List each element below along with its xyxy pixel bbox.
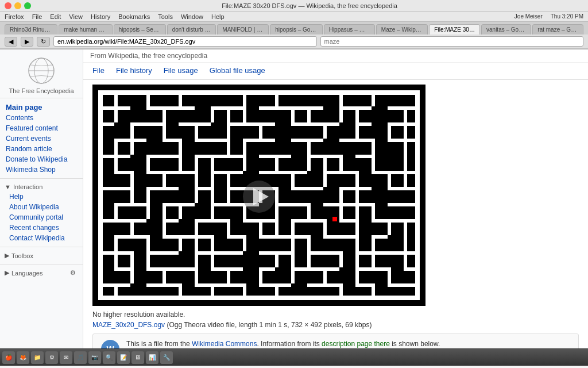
svg-rect-34 xyxy=(114,171,130,174)
sidebar-item-about[interactable]: About Wikipedia xyxy=(0,202,83,212)
menu-firefox[interactable]: Firefox xyxy=(5,13,24,20)
tab-0[interactable]: Rhino3d Rinus Ro... xyxy=(5,24,57,34)
taskbar-icon-0[interactable]: 🍎 xyxy=(2,351,15,364)
taskbar-icon-7[interactable]: 🔍 xyxy=(103,351,115,364)
address-input[interactable] xyxy=(53,36,317,47)
svg-rect-146 xyxy=(179,235,182,251)
tab-global-file-usage[interactable]: Global file usage xyxy=(210,66,265,76)
tab-6[interactable]: Hippasus – Wikip... xyxy=(324,24,375,34)
tab-4[interactable]: MANIFOLD | disp... xyxy=(217,24,269,34)
svg-rect-147 xyxy=(211,235,214,267)
search-input[interactable] xyxy=(320,36,584,47)
commons-notice: W This is a file from the Wikimedia Comm… xyxy=(92,334,579,348)
wikimedia-commons-link[interactable]: Wikimedia Commons xyxy=(192,340,257,348)
back-button[interactable]: ◀ xyxy=(5,37,17,47)
svg-rect-143 xyxy=(404,219,407,235)
reload-button[interactable]: ↻ xyxy=(37,37,50,47)
tab-1[interactable]: make human – Go... xyxy=(59,24,112,34)
menu-file[interactable]: File xyxy=(32,13,42,20)
menu-tools[interactable]: Tools xyxy=(158,13,173,20)
menu-bookmarks[interactable]: Bookmarks xyxy=(118,13,150,20)
sidebar-item-help[interactable]: Help xyxy=(0,191,83,202)
tab-10[interactable]: rat maze – Googl... xyxy=(532,24,583,34)
svg-rect-167 xyxy=(275,283,278,300)
svg-rect-62 xyxy=(227,235,243,239)
tab-file[interactable]: File xyxy=(92,66,105,76)
svg-rect-83 xyxy=(307,283,339,287)
minimize-button[interactable] xyxy=(14,2,21,9)
taskbar-icon-3[interactable]: ⚙ xyxy=(45,351,58,364)
tab-3[interactable]: don't disturb my ... xyxy=(167,24,216,34)
svg-rect-85 xyxy=(388,283,420,287)
svg-rect-139 xyxy=(291,219,295,251)
sidebar-item-featured[interactable]: Featured content xyxy=(0,123,83,133)
svg-rect-68 xyxy=(195,251,243,255)
svg-rect-37 xyxy=(259,171,307,174)
svg-rect-70 xyxy=(307,251,339,255)
svg-rect-46 xyxy=(388,187,420,190)
taskbar-icon-11[interactable]: 🔧 xyxy=(160,351,173,364)
svg-rect-90 xyxy=(243,90,246,122)
interaction-header[interactable]: ▼ Interaction xyxy=(0,182,83,191)
tab-9[interactable]: vanitas – Google... xyxy=(481,24,531,34)
menu-history[interactable]: History xyxy=(91,13,110,20)
maximize-button[interactable] xyxy=(24,2,31,9)
svg-rect-59 xyxy=(372,219,420,223)
svg-rect-29 xyxy=(146,155,179,158)
svg-rect-130 xyxy=(275,187,278,235)
svg-rect-94 xyxy=(372,90,375,106)
languages-header[interactable]: ▶ Languages ⚙ xyxy=(0,268,83,278)
taskbar-icon-10[interactable]: 📊 xyxy=(146,351,158,364)
svg-rect-128 xyxy=(211,187,214,219)
tab-file-history[interactable]: File history xyxy=(116,66,152,76)
tab-5[interactable]: hipopsis – Google... xyxy=(270,24,322,34)
menu-view[interactable]: View xyxy=(69,13,83,20)
tab-file-usage[interactable]: File usage xyxy=(164,66,198,76)
description-page-link[interactable]: description page there xyxy=(322,340,390,348)
tab-2[interactable]: hipopsis – Search... xyxy=(114,24,166,34)
taskbar-icon-6[interactable]: 📷 xyxy=(88,351,101,364)
file-link[interactable]: MAZE_30x20_DFS.ogv xyxy=(92,321,165,329)
svg-rect-17 xyxy=(227,122,275,126)
svg-rect-114 xyxy=(372,139,375,171)
sidebar-item-random[interactable]: Random article xyxy=(0,144,83,154)
toolbox-header[interactable]: ▶ Toolbox xyxy=(0,251,83,260)
taskbar-icon-1[interactable]: 🦊 xyxy=(17,351,29,364)
video-container[interactable] xyxy=(92,85,425,306)
close-button[interactable] xyxy=(5,2,11,9)
svg-rect-72 xyxy=(114,267,130,271)
sidebar-item-donate[interactable]: Donate to Wikipedia xyxy=(0,154,83,164)
taskbar-icon-2[interactable]: 📁 xyxy=(31,351,44,364)
taskbar-icon-8[interactable]: 📝 xyxy=(117,351,130,364)
forward-button[interactable]: ▶ xyxy=(21,37,33,47)
menu-window[interactable]: Window xyxy=(181,13,203,20)
sidebar-item-contact[interactable]: Contact Wikipedia xyxy=(0,233,83,243)
sidebar-item-wikimedia-shop[interactable]: Wikimedia Shop xyxy=(0,164,83,175)
svg-rect-168 xyxy=(339,283,343,300)
tab-7[interactable]: Maze – Wikipedia... xyxy=(376,24,428,34)
svg-rect-61 xyxy=(163,235,211,239)
svg-rect-53 xyxy=(98,219,146,223)
sidebar-item-contents[interactable]: Contents xyxy=(0,113,83,123)
svg-rect-108 xyxy=(179,139,182,171)
sidebar-item-mainpage[interactable]: Main page xyxy=(0,102,83,113)
svg-rect-105 xyxy=(404,122,407,155)
svg-rect-9 xyxy=(146,106,195,110)
tab-8[interactable]: File:MAZE 30x20... xyxy=(429,24,480,34)
maze-svg xyxy=(92,85,425,306)
sidebar-item-community[interactable]: Community portal xyxy=(0,212,83,223)
logo-text: The Free Encyclopedia xyxy=(6,87,77,94)
taskbar-icon-9[interactable]: 🖥 xyxy=(131,351,144,364)
svg-rect-89 xyxy=(211,106,214,122)
taskbar-icon-4[interactable]: ✉ xyxy=(60,351,72,364)
languages-settings-icon[interactable]: ⚙ xyxy=(70,269,76,277)
menu-edit[interactable]: Edit xyxy=(50,13,61,20)
svg-rect-112 xyxy=(307,139,311,171)
taskbar-icon-5[interactable]: 🎵 xyxy=(74,351,87,364)
menu-help[interactable]: Help xyxy=(211,13,225,20)
svg-rect-149 xyxy=(275,251,278,267)
svg-rect-44 xyxy=(291,187,323,190)
sidebar-item-recent-changes[interactable]: Recent changes xyxy=(0,223,83,233)
sidebar-item-current-events[interactable]: Current events xyxy=(0,133,83,144)
svg-rect-101 xyxy=(291,106,295,122)
